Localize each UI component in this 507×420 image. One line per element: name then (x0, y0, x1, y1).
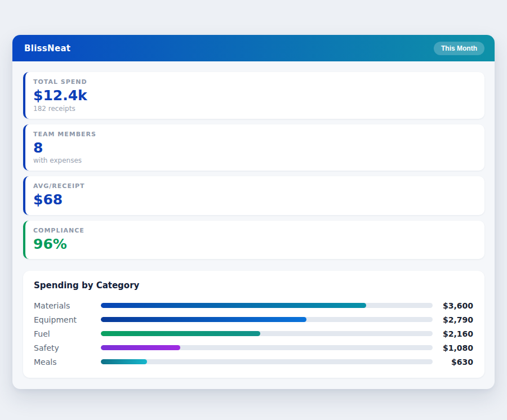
stat-label: COMPLIANCE (33, 227, 475, 234)
bar-track (101, 345, 433, 350)
stat-value: 96% (33, 236, 475, 252)
stat-value: $12.4k (33, 88, 475, 104)
bar-fill-equipment (101, 317, 306, 322)
category-value: $3,600 (433, 301, 473, 310)
dashboard-content: TOTAL SPEND $12.4k 182 receipts TEAM MEM… (12, 61, 495, 389)
stat-card-team-members: TEAM MEMBERS 8 with expenses (23, 124, 484, 171)
category-value: $2,790 (433, 315, 473, 324)
bar-fill-fuel (101, 331, 260, 336)
category-label: Safety (34, 343, 101, 352)
bar-track (101, 303, 433, 308)
category-row-fuel: Fuel $2,160 (34, 327, 473, 341)
stat-label: AVG/RECEIPT (33, 182, 475, 190)
bar-fill-materials (101, 303, 366, 308)
stat-value: 8 (33, 140, 475, 156)
stat-label: TOTAL SPEND (33, 78, 475, 86)
bar-fill-meals (101, 359, 147, 364)
category-label: Materials (34, 301, 101, 310)
stat-card-avg-receipt: AVG/RECEIPT $68 (23, 176, 484, 215)
stat-card-total-spend: TOTAL SPEND $12.4k 182 receipts (23, 72, 484, 119)
category-row-meals: Meals $630 (34, 355, 473, 369)
bar-track (101, 331, 433, 336)
category-value: $630 (433, 358, 473, 367)
category-label: Fuel (34, 329, 101, 338)
dashboard-panel: BlissNeat This Month TOTAL SPEND $12.4k … (12, 35, 495, 389)
category-value: $1,080 (433, 343, 473, 352)
bar-track (101, 317, 433, 322)
category-row-equipment: Equipment $2,790 (34, 312, 473, 327)
stat-sublabel: with expenses (33, 157, 475, 164)
stat-sublabel: 182 receipts (33, 105, 475, 113)
period-badge[interactable]: This Month (434, 42, 484, 55)
category-row-safety: Safety $1,080 (34, 341, 473, 355)
stat-label: TEAM MEMBERS (33, 131, 475, 138)
category-label: Equipment (34, 315, 101, 324)
category-row-materials: Materials $3,600 (34, 298, 473, 312)
chart-title: Spending by Category (34, 280, 473, 291)
app-header: BlissNeat This Month (12, 35, 495, 61)
category-label: Meals (34, 358, 101, 367)
app-title: BlissNeat (24, 43, 70, 53)
stat-value: $68 (33, 192, 475, 208)
bar-fill-safety (101, 345, 180, 350)
stat-card-compliance: COMPLIANCE 96% (23, 221, 484, 260)
bar-track (101, 359, 433, 364)
category-value: $2,160 (433, 329, 473, 338)
spending-by-category-card: Spending by Category Materials $3,600 Eq… (23, 271, 484, 378)
